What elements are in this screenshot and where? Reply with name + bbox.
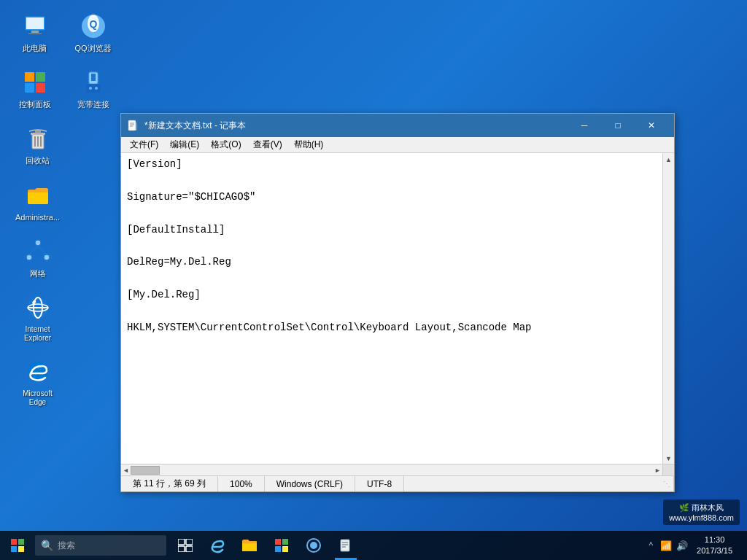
menu-file[interactable]: 文件(F)	[124, 137, 164, 152]
svg-point-22	[35, 240, 41, 246]
svg-rect-18	[35, 131, 41, 133]
taskbar-edge[interactable]	[201, 531, 233, 560]
desktop-icon-qq-browser[interactable]: Q QQ浏览器	[66, 7, 120, 58]
taskbar-cortana[interactable]	[298, 531, 330, 560]
svg-rect-48	[282, 546, 288, 552]
window-titlebar[interactable]: *新建文本文档.txt - 记事本 ─ □ ✕	[121, 114, 674, 137]
horizontal-scrollbar-track	[131, 465, 653, 475]
tray-icons: 📶 🔊	[657, 540, 691, 551]
horizontal-scrollbar[interactable]: ◄ ►	[121, 464, 674, 475]
svg-rect-7	[25, 72, 34, 82]
svg-text:Q: Q	[89, 18, 97, 30]
window-controls: ─ □ ✕	[568, 114, 668, 137]
taskbar-explorer[interactable]	[233, 531, 266, 560]
administrator-label: Administra...	[15, 213, 60, 222]
svg-rect-41	[178, 539, 185, 545]
svg-rect-38	[18, 539, 24, 545]
svg-rect-43	[178, 546, 185, 552]
svg-point-15	[95, 87, 98, 90]
this-pc-label: 此电脑	[23, 44, 47, 53]
close-button[interactable]: ✕	[635, 114, 668, 137]
menu-edit[interactable]: 编辑(E)	[164, 137, 205, 152]
horizontal-scrollbar-thumb[interactable]	[131, 466, 160, 475]
menu-bar: 文件(F) 编辑(E) 格式(O) 查看(V) 帮助(H)	[121, 137, 674, 153]
svg-rect-40	[18, 546, 24, 552]
desktop-icon-network[interactable]: 网络	[10, 233, 65, 283]
taskbar: 🔍 搜索	[0, 531, 747, 560]
broadband-icon	[79, 68, 108, 97]
clock-time: 11:30	[697, 534, 732, 545]
edge-icon	[23, 357, 53, 386]
ie-icon: e	[23, 293, 53, 322]
desktop-icon-edge[interactable]: MicrosoftEdge	[10, 353, 65, 411]
svg-rect-8	[36, 72, 45, 82]
minimize-button[interactable]: ─	[568, 114, 601, 137]
control-panel-label: 控制面板	[19, 100, 51, 109]
network-label: 网络	[30, 269, 46, 279]
svg-rect-9	[25, 83, 34, 93]
notepad-app-icon	[127, 120, 139, 131]
taskbar-tray: ^ 📶 🔊 11:30 2017/3/15	[644, 531, 747, 560]
tray-volume-icon[interactable]: 🔊	[676, 540, 688, 551]
vertical-scrollbar[interactable]: ▲ ▼	[662, 153, 674, 464]
desktop-icon-control-panel[interactable]: 控制面板	[7, 63, 62, 114]
tray-up-arrow: ^	[649, 540, 653, 551]
svg-rect-12	[91, 74, 96, 81]
scroll-left-arrow[interactable]: ◄	[121, 467, 131, 474]
svg-rect-1	[26, 18, 44, 29]
notepad-window: *新建文本文档.txt - 记事本 ─ □ ✕ 文件(F) 编辑(E) 格式(O…	[120, 113, 675, 492]
tray-network-icon[interactable]: 📶	[660, 540, 672, 551]
recycle-bin-label: 回收站	[26, 156, 50, 166]
desktop-icon-broadband[interactable]: 宽带连接	[66, 63, 120, 114]
start-button[interactable]	[0, 531, 35, 560]
menu-help[interactable]: 帮助(H)	[288, 137, 330, 152]
desktop-icons-container: 此电脑 Q QQ浏览器	[7, 7, 120, 411]
control-panel-icon	[20, 68, 50, 97]
desktop-icon-recycle-bin[interactable]: 回收站	[10, 120, 65, 170]
desktop-icon-this-pc[interactable]: 此电脑	[7, 7, 62, 58]
maximize-button[interactable]: □	[601, 114, 635, 137]
scroll-up-arrow[interactable]: ▲	[665, 155, 672, 165]
qq-browser-icon: Q	[79, 12, 108, 41]
svg-rect-13	[86, 84, 101, 93]
text-editor[interactable]: [Version] Signature="$CHICAGO$" [Default…	[121, 153, 662, 464]
ie-label: InternetExplorer	[24, 325, 51, 343]
text-area-wrapper: [Version] Signature="$CHICAGO$" [Default…	[121, 153, 674, 475]
svg-point-23	[26, 254, 32, 260]
this-pc-icon	[20, 12, 50, 41]
taskbar-search-bar[interactable]: 🔍 搜索	[35, 535, 166, 556]
svg-rect-10	[36, 83, 45, 93]
line-ending: Windows (CRLF)	[265, 476, 355, 491]
desktop-icon-administrator[interactable]: Administra...	[10, 176, 65, 227]
tray-overflow[interactable]: ^	[644, 540, 657, 551]
svg-rect-37	[11, 539, 17, 545]
svg-line-25	[29, 246, 38, 254]
svg-point-14	[89, 87, 92, 90]
svg-rect-45	[275, 539, 281, 545]
svg-rect-3	[28, 33, 42, 34]
scroll-right-arrow[interactable]: ►	[653, 467, 662, 474]
svg-point-50	[310, 542, 317, 549]
svg-rect-42	[186, 539, 193, 545]
taskbar-store[interactable]	[266, 531, 298, 560]
svg-rect-51	[341, 540, 349, 551]
encoding: UTF-8	[355, 476, 404, 491]
taskbar-task-view[interactable]	[169, 531, 201, 560]
menu-format[interactable]: 格式(O)	[205, 137, 247, 152]
svg-rect-39	[11, 546, 17, 552]
show-desktop-button[interactable]	[738, 531, 741, 560]
svg-rect-44	[186, 546, 193, 552]
taskbar-notepad[interactable]	[330, 531, 362, 560]
svg-line-26	[38, 246, 47, 254]
svg-rect-46	[282, 539, 288, 545]
administrator-icon	[23, 181, 53, 210]
scroll-corner	[662, 464, 674, 476]
taskbar-clock[interactable]: 11:30 2017/3/15	[691, 534, 738, 557]
scroll-down-arrow[interactable]: ▼	[665, 454, 672, 464]
desktop-icon-ie[interactable]: e InternetExplorer	[10, 289, 65, 347]
edge-label: MicrosoftEdge	[23, 389, 53, 407]
menu-view[interactable]: 查看(V)	[247, 137, 288, 152]
status-bar: 第 11 行，第 69 列 100% Windows (CRLF) UTF-8 …	[121, 475, 674, 491]
svg-text:e: e	[32, 298, 36, 306]
clock-date: 2017/3/15	[697, 545, 732, 556]
